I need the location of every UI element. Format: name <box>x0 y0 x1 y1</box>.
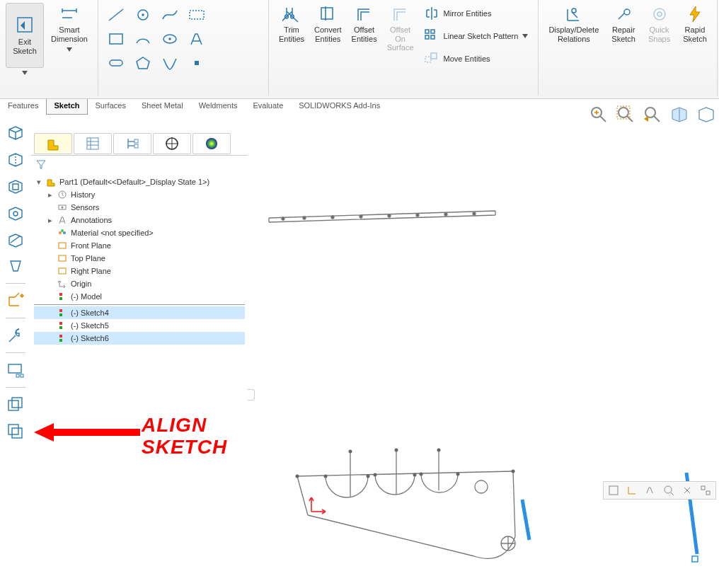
parabola-tool[interactable] <box>158 52 182 74</box>
ctx-btn-6[interactable] <box>698 483 713 497</box>
extrude-boss-icon[interactable] <box>4 120 27 143</box>
revolve-cut-icon[interactable] <box>4 201 27 224</box>
ellipse-tool[interactable] <box>158 28 182 50</box>
tab-sketch[interactable]: Sketch <box>46 99 87 115</box>
instant3d-icon[interactable] <box>4 289 27 312</box>
swept-cut-icon[interactable] <box>4 228 27 250</box>
zoom-area-icon[interactable] <box>616 105 635 126</box>
circle-tool[interactable] <box>131 4 155 25</box>
tree-top[interactable]: Top Plane <box>34 252 245 265</box>
filter-tree[interactable] <box>31 156 248 174</box>
display-relations-button[interactable]: Display/Delete Relations <box>544 3 603 45</box>
tree-sensors[interactable]: Sensors <box>34 201 245 214</box>
tab-evaluate[interactable]: Evaluate <box>245 99 291 115</box>
smartdim-dropdown[interactable] <box>47 45 92 54</box>
copy2-icon[interactable] <box>4 420 27 443</box>
line-tool[interactable] <box>104 4 128 25</box>
svg-point-17 <box>654 8 665 20</box>
fm-tab-dimxpert[interactable] <box>153 133 191 154</box>
tree-right[interactable]: Right Plane <box>34 265 245 277</box>
arc-tool[interactable] <box>131 28 155 50</box>
tab-addins[interactable]: SOLIDWORKS Add-Ins <box>291 99 388 115</box>
ctx-btn-1[interactable] <box>606 483 621 497</box>
tree-sketch4[interactable]: (-) Sketch4 <box>34 306 245 319</box>
display-style-icon[interactable] <box>696 105 716 126</box>
anno-line2: SKETCH <box>142 437 227 459</box>
tree-material[interactable]: Material <not specified> <box>34 226 245 239</box>
rect-tool[interactable] <box>104 28 128 50</box>
fm-panel-tabs <box>31 130 248 156</box>
convert-label: Convert Entities <box>314 25 342 43</box>
svg-rect-31 <box>87 138 98 149</box>
fm-tab-render[interactable] <box>192 133 231 154</box>
svg-rect-48 <box>59 313 62 316</box>
svg-point-40 <box>63 231 66 234</box>
svg-rect-33 <box>134 144 138 148</box>
sk6-label: (-) Sketch6 <box>71 334 109 342</box>
slot-tool[interactable] <box>185 4 209 25</box>
svg-point-66 <box>374 473 377 477</box>
tree-history[interactable]: ▸History <box>34 188 245 201</box>
tree-annotations[interactable]: ▸Annotations <box>34 214 245 226</box>
feature-tree: ▾Part1 (Default<<Default>_Display State … <box>31 174 248 346</box>
fm-tab-tree[interactable] <box>34 133 72 154</box>
empty1 <box>212 4 236 25</box>
fm-tab-property[interactable] <box>74 133 112 154</box>
polygon-tool[interactable] <box>131 52 155 74</box>
ctx-btn-3[interactable] <box>643 483 657 497</box>
svg-point-64 <box>324 475 328 478</box>
mirror-label: Mirror Entities <box>444 9 492 18</box>
tab-features[interactable]: Features <box>0 99 46 115</box>
convert-button[interactable]: Convert Entities <box>310 3 346 45</box>
sensors-label: Sensors <box>71 203 99 212</box>
exit-dropdown[interactable] <box>6 68 44 78</box>
wrench-icon[interactable] <box>4 324 27 347</box>
tree-origin[interactable]: Origin <box>34 277 245 290</box>
copy-icon[interactable] <box>4 393 27 416</box>
tree-sketch5[interactable]: (-) Sketch5 <box>34 319 245 332</box>
text-tool[interactable] <box>185 28 209 50</box>
svg-point-63 <box>296 475 299 478</box>
trim-button[interactable]: Trim Entities <box>275 3 309 45</box>
svg-rect-28 <box>12 398 22 408</box>
offset-icon <box>355 4 374 24</box>
tab-surfaces[interactable]: Surfaces <box>88 99 134 115</box>
offset-surface-label: Offset On Surface <box>387 25 414 52</box>
material-label: Material <not specified> <box>71 229 154 237</box>
svg-point-57 <box>388 214 391 217</box>
offset-button[interactable]: Offset Entities <box>347 3 381 45</box>
loft-cut-icon[interactable] <box>4 255 27 277</box>
extrude-cut-icon[interactable] <box>4 174 27 197</box>
tab-sheetmetal[interactable]: Sheet Metal <box>134 99 191 115</box>
zoom-fit-icon[interactable] <box>589 105 609 126</box>
smart-dimension-button[interactable]: Smart Dimension <box>47 3 92 45</box>
align-sketch-icon[interactable] <box>4 359 27 381</box>
slot2-tool[interactable] <box>104 52 128 74</box>
smart-dimension-label: Smart Dimension <box>51 25 88 43</box>
ctx-btn-4[interactable] <box>662 483 676 497</box>
ctx-btn-2[interactable] <box>625 483 639 497</box>
mirror-entities-button[interactable]: Mirror Entities <box>424 6 529 21</box>
svg-rect-42 <box>59 243 66 248</box>
move-label: Move Entities <box>444 54 490 63</box>
convert-icon <box>318 4 338 24</box>
prev-view-icon[interactable] <box>643 105 662 126</box>
tree-model[interactable]: (-) Model <box>34 290 245 303</box>
panel-resize-handle[interactable] <box>248 389 255 400</box>
point-tool[interactable] <box>185 52 209 74</box>
svg-rect-15 <box>431 53 437 59</box>
rapid-sketch-button[interactable]: Rapid Sketch <box>679 3 711 45</box>
tree-front[interactable]: Front Plane <box>34 239 245 252</box>
section-view-icon[interactable] <box>669 105 689 126</box>
tab-weldments[interactable]: Weldments <box>191 99 246 115</box>
fm-tab-config[interactable] <box>113 133 151 154</box>
repair-sketch-button[interactable]: Repair Sketch <box>607 3 640 45</box>
exit-sketch-button[interactable]: Exit Sketch <box>6 3 44 68</box>
tree-root[interactable]: ▾Part1 (Default<<Default>_Display State … <box>34 175 245 188</box>
spline-tool[interactable] <box>158 4 182 25</box>
svg-rect-75 <box>609 486 618 495</box>
revolve-boss-icon[interactable] <box>4 147 27 170</box>
linear-pattern-button[interactable]: Linear Sketch Pattern <box>424 28 529 44</box>
ctx-btn-5[interactable] <box>680 483 694 497</box>
tree-sketch6[interactable]: (-) Sketch6 <box>34 332 245 345</box>
